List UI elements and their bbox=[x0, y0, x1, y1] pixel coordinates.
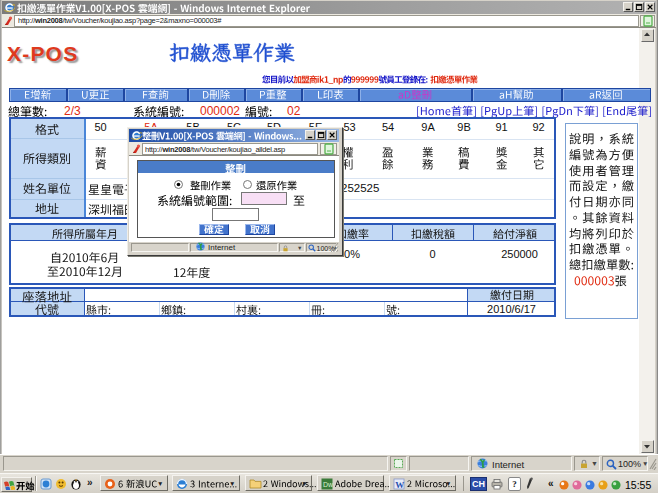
svg-text:W: W bbox=[395, 479, 404, 489]
svg-text:Dw: Dw bbox=[323, 481, 333, 488]
